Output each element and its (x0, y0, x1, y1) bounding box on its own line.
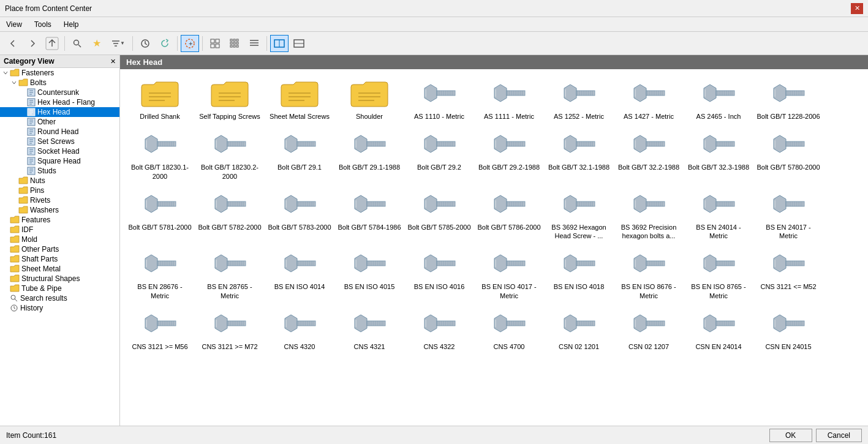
grid-item-bs-en-24014[interactable]: BS EN 24014 - Metric (684, 185, 753, 245)
sidebar-item-set-screws[interactable]: Set Screws (0, 137, 119, 146)
sidebar-item-shaft-parts[interactable]: Shaft Parts (0, 254, 119, 264)
grid-item-bs-en-28765[interactable]: BS EN 28765 - Metric (195, 244, 265, 304)
grid-item-cns-4320[interactable]: CNS 4320 (265, 304, 334, 355)
sidebar-item-round-head[interactable]: Round Head (0, 127, 119, 137)
grid-item-bolt-gb-5780[interactable]: Bolt GB/T 5780-2000 (753, 125, 823, 185)
sidebar-item-countersunk[interactable]: Countersunk (0, 88, 119, 97)
grid-item-cns-4322[interactable]: CNS 4322 (404, 304, 474, 355)
grid-small-button[interactable] (225, 35, 244, 52)
grid-item-bolt-gb-5781[interactable]: Bolt GB/T 5781-2000 (125, 185, 195, 245)
list-button[interactable] (245, 35, 263, 52)
history-button[interactable] (136, 35, 154, 52)
filter-button[interactable]: ▼ (107, 35, 129, 52)
sidebar-item-structural-shapes[interactable]: Structural Shapes (0, 274, 119, 284)
grid-item-bs-en-iso-4018[interactable]: BS EN ISO 4018 (544, 244, 614, 304)
grid-item-self-tapping[interactable]: Self Tapping Screws (195, 74, 265, 125)
up-button[interactable] (43, 35, 61, 52)
sidebar-close-button[interactable]: ✕ (110, 58, 116, 66)
grid-item-bolt-gb-5783[interactable]: Bolt GB/T 5783-2000 (265, 185, 334, 245)
grid-item-as2465[interactable]: AS 2465 - Inch (684, 74, 753, 125)
sidebar-item-pins[interactable]: Pins (0, 186, 119, 195)
menu-tools[interactable]: Tools (32, 19, 54, 30)
back-button[interactable] (4, 35, 22, 52)
sidebar-item-washers[interactable]: Washers (0, 205, 119, 215)
sidebar-item-fasteners[interactable]: Fasteners (0, 68, 119, 78)
sidebar-item-features[interactable]: Features (0, 215, 119, 225)
cursor-button[interactable]: + (181, 35, 199, 52)
grid-item-bs-en-iso-4016[interactable]: BS EN ISO 4016 (404, 244, 474, 304)
grid-item-bolt-gb-29-1[interactable]: Bolt GB/T 29.1 (265, 125, 334, 185)
menu-view[interactable]: View (4, 19, 25, 30)
grid-item-bolt-gb-18230-1[interactable]: Bolt GB/T 18230.1-2000 (125, 125, 195, 185)
sidebar-item-bolts[interactable]: Bolts (0, 78, 119, 88)
sidebar-item-studs[interactable]: Studs (0, 166, 119, 176)
grid-item-bolt-gb-5782[interactable]: Bolt GB/T 5782-2000 (195, 185, 265, 245)
grid-item-bolt-gb-5784[interactable]: Bolt GB/T 5784-1986 (334, 185, 404, 245)
grid-item-bs-en-28676[interactable]: BS EN 28676 - Metric (125, 244, 195, 304)
sidebar-item-square-head[interactable]: Square Head (0, 156, 119, 166)
grid-item-bs-en-iso-4015[interactable]: BS EN ISO 4015 (334, 244, 404, 304)
sidebar-item-search-results[interactable]: Search results (0, 293, 119, 303)
sidebar-item-mold[interactable]: Mold (0, 235, 119, 244)
grid-item-as1427[interactable]: AS 1427 - Metric (614, 74, 684, 125)
detail-button[interactable] (270, 35, 289, 52)
cancel-button[interactable]: Cancel (816, 429, 862, 442)
forward-button[interactable] (23, 35, 42, 52)
grid-item-bolt-gb-29-2-1988[interactable]: Bolt GB/T 29.2-1988 (474, 125, 544, 185)
grid-item-csn-02-1201[interactable]: CSN 02 1201 (544, 304, 614, 355)
grid-item-bolt-gb-32-1[interactable]: Bolt GB/T 32.1-1988 (544, 125, 614, 185)
split-button[interactable] (290, 35, 308, 52)
grid-large-button[interactable] (206, 35, 224, 52)
sidebar-item-hex-head[interactable]: Hex Head (0, 107, 119, 117)
grid-item-bs-en-iso-8765[interactable]: BS EN ISO 8765 - Metric (684, 244, 753, 304)
separator-3 (177, 36, 178, 51)
sidebar-item-tube-pipe[interactable]: Tube & Pipe (0, 284, 119, 293)
sidebar-item-other-parts[interactable]: Other Parts (0, 244, 119, 254)
grid-item-bs-en-24017[interactable]: BS EN 24017 - Metric (753, 185, 823, 245)
grid-item-bolt-gb-32-3[interactable]: Bolt GB/T 32.3-1988 (684, 125, 753, 185)
grid-item-bs-en-iso-8676[interactable]: BS EN ISO 8676 - Metric (614, 244, 684, 304)
grid-item-bs3692-prec[interactable]: BS 3692 Precision hexagon bolts a... (614, 185, 684, 245)
sidebar-item-hex-head-flang[interactable]: Hex Head - Flang (0, 97, 119, 107)
svg-text:+: + (189, 40, 192, 47)
grid-item-bolt-gb-5786[interactable]: Bolt GB/T 5786-2000 (474, 185, 544, 245)
grid-item-cns-4321[interactable]: CNS 4321 (334, 304, 404, 355)
grid-item-cns-3121-m72[interactable]: CNS 3121 >= M72 (195, 304, 265, 355)
grid-item-as1110[interactable]: AS 1110 - Metric (404, 74, 474, 125)
search-button[interactable] (68, 35, 86, 52)
grid-item-drilled-shank[interactable]: Drilled Shank (125, 74, 195, 125)
grid-item-bolt-gb-29-2[interactable]: Bolt GB/T 29.2 (404, 125, 474, 185)
sidebar-item-sheet-metal[interactable]: Sheet Metal (0, 264, 119, 274)
grid-item-bolt-gb-29-1-1988[interactable]: Bolt GB/T 29.1-1988 (334, 125, 404, 185)
sidebar-item-rivets[interactable]: Rivets (0, 195, 119, 205)
grid-item-csn-en-24015[interactable]: CSN EN 24015 (753, 304, 823, 355)
grid-item-bs-en-iso-4017[interactable]: BS EN ISO 4017 - Metric (474, 244, 544, 304)
menu-help[interactable]: Help (61, 19, 81, 30)
grid-item-bs3692-hex[interactable]: BS 3692 Hexagon Head Screw - ... (544, 185, 614, 245)
close-button[interactable]: ✕ (851, 3, 863, 14)
ok-button[interactable]: OK (769, 429, 812, 442)
grid-item-shoulder[interactable]: Shoulder (334, 74, 404, 125)
refresh-button[interactable] (156, 35, 174, 52)
grid-item-as1111[interactable]: AS 1111 - Metric (474, 74, 544, 125)
grid-item-sheet-metal[interactable]: Sheet Metal Screws (265, 74, 334, 125)
sidebar-item-socket-head[interactable]: Socket Head (0, 146, 119, 156)
grid-item-cns-3121-m56[interactable]: CNS 3121 >= M56 (125, 304, 195, 355)
grid-item-bs-en-iso-4014[interactable]: BS EN ISO 4014 (265, 244, 334, 304)
sidebar-item-other[interactable]: Other (0, 117, 119, 127)
grid-item-csn-02-1207[interactable]: CSN 02 1207 (614, 304, 684, 355)
sidebar-item-history[interactable]: History (0, 303, 119, 313)
grid-item-bolt-gb-5785[interactable]: Bolt GB/T 5785-2000 (404, 185, 474, 245)
grid-item-bolt-gb-1228[interactable]: Bolt GB/T 1228-2006 (753, 74, 823, 125)
grid-item-bolt-gb-32-2[interactable]: Bolt GB/T 32.2-1988 (614, 125, 684, 185)
svg-rect-13 (230, 42, 232, 44)
sidebar-item-nuts[interactable]: Nuts (0, 176, 119, 186)
favorites-button[interactable]: ★ (88, 35, 106, 52)
bolt-icon (489, 129, 529, 160)
grid-item-cns-3121-m52[interactable]: CNS 3121 <= M52 (753, 244, 823, 304)
grid-item-cns-4700[interactable]: CNS 4700 (474, 304, 544, 355)
grid-item-bolt-gb-18230-2[interactable]: Bolt GB/T 18230.2-2000 (195, 125, 265, 185)
sidebar-item-idf[interactable]: IDF (0, 225, 119, 235)
grid-item-as1252[interactable]: AS 1252 - Metric (544, 74, 614, 125)
grid-item-csn-en-24014[interactable]: CSN EN 24014 (684, 304, 753, 355)
